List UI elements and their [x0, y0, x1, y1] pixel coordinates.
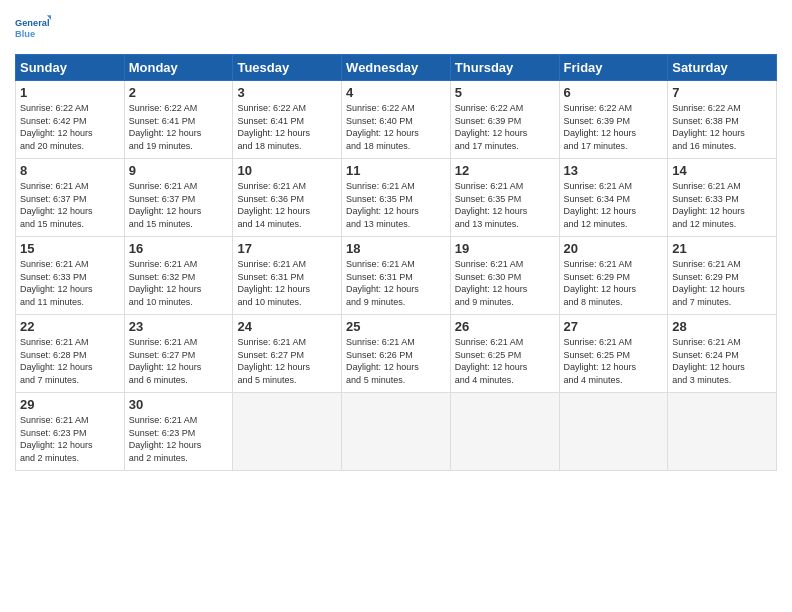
- day-number: 3: [237, 85, 337, 100]
- day-number: 13: [564, 163, 664, 178]
- day-number: 16: [129, 241, 229, 256]
- calendar-cell: 3Sunrise: 6:22 AM Sunset: 6:41 PM Daylig…: [233, 81, 342, 159]
- calendar-cell: 29Sunrise: 6:21 AM Sunset: 6:23 PM Dayli…: [16, 393, 125, 471]
- calendar-cell: 26Sunrise: 6:21 AM Sunset: 6:25 PM Dayli…: [450, 315, 559, 393]
- day-number: 9: [129, 163, 229, 178]
- day-number: 12: [455, 163, 555, 178]
- day-number: 14: [672, 163, 772, 178]
- day-info: Sunrise: 6:21 AM Sunset: 6:25 PM Dayligh…: [564, 336, 664, 386]
- calendar-cell: 10Sunrise: 6:21 AM Sunset: 6:36 PM Dayli…: [233, 159, 342, 237]
- calendar-cell: 19Sunrise: 6:21 AM Sunset: 6:30 PM Dayli…: [450, 237, 559, 315]
- day-info: Sunrise: 6:22 AM Sunset: 6:41 PM Dayligh…: [129, 102, 229, 152]
- day-number: 1: [20, 85, 120, 100]
- day-info: Sunrise: 6:21 AM Sunset: 6:33 PM Dayligh…: [672, 180, 772, 230]
- day-info: Sunrise: 6:22 AM Sunset: 6:39 PM Dayligh…: [455, 102, 555, 152]
- calendar-cell: [342, 393, 451, 471]
- calendar-cell: 15Sunrise: 6:21 AM Sunset: 6:33 PM Dayli…: [16, 237, 125, 315]
- day-info: Sunrise: 6:21 AM Sunset: 6:24 PM Dayligh…: [672, 336, 772, 386]
- day-info: Sunrise: 6:21 AM Sunset: 6:30 PM Dayligh…: [455, 258, 555, 308]
- day-info: Sunrise: 6:21 AM Sunset: 6:23 PM Dayligh…: [20, 414, 120, 464]
- calendar-cell: 27Sunrise: 6:21 AM Sunset: 6:25 PM Dayli…: [559, 315, 668, 393]
- calendar-cell: 24Sunrise: 6:21 AM Sunset: 6:27 PM Dayli…: [233, 315, 342, 393]
- calendar-cell: [233, 393, 342, 471]
- day-number: 6: [564, 85, 664, 100]
- day-number: 11: [346, 163, 446, 178]
- calendar-cell: 13Sunrise: 6:21 AM Sunset: 6:34 PM Dayli…: [559, 159, 668, 237]
- day-number: 21: [672, 241, 772, 256]
- logo: General Blue: [15, 10, 51, 46]
- day-number: 20: [564, 241, 664, 256]
- day-number: 26: [455, 319, 555, 334]
- day-number: 28: [672, 319, 772, 334]
- calendar-cell: 21Sunrise: 6:21 AM Sunset: 6:29 PM Dayli…: [668, 237, 777, 315]
- day-number: 30: [129, 397, 229, 412]
- day-info: Sunrise: 6:21 AM Sunset: 6:34 PM Dayligh…: [564, 180, 664, 230]
- day-info: Sunrise: 6:22 AM Sunset: 6:39 PM Dayligh…: [564, 102, 664, 152]
- calendar-cell: 17Sunrise: 6:21 AM Sunset: 6:31 PM Dayli…: [233, 237, 342, 315]
- day-info: Sunrise: 6:21 AM Sunset: 6:29 PM Dayligh…: [672, 258, 772, 308]
- day-info: Sunrise: 6:21 AM Sunset: 6:35 PM Dayligh…: [346, 180, 446, 230]
- day-number: 22: [20, 319, 120, 334]
- day-info: Sunrise: 6:22 AM Sunset: 6:42 PM Dayligh…: [20, 102, 120, 152]
- calendar-cell: 20Sunrise: 6:21 AM Sunset: 6:29 PM Dayli…: [559, 237, 668, 315]
- calendar-cell: 28Sunrise: 6:21 AM Sunset: 6:24 PM Dayli…: [668, 315, 777, 393]
- calendar-cell: 11Sunrise: 6:21 AM Sunset: 6:35 PM Dayli…: [342, 159, 451, 237]
- day-info: Sunrise: 6:21 AM Sunset: 6:26 PM Dayligh…: [346, 336, 446, 386]
- day-number: 2: [129, 85, 229, 100]
- day-info: Sunrise: 6:21 AM Sunset: 6:33 PM Dayligh…: [20, 258, 120, 308]
- weekday-header-thursday: Thursday: [450, 55, 559, 81]
- day-info: Sunrise: 6:21 AM Sunset: 6:32 PM Dayligh…: [129, 258, 229, 308]
- day-info: Sunrise: 6:21 AM Sunset: 6:27 PM Dayligh…: [237, 336, 337, 386]
- day-number: 5: [455, 85, 555, 100]
- day-number: 15: [20, 241, 120, 256]
- calendar-cell: 4Sunrise: 6:22 AM Sunset: 6:40 PM Daylig…: [342, 81, 451, 159]
- weekday-header-saturday: Saturday: [668, 55, 777, 81]
- calendar-cell: [559, 393, 668, 471]
- calendar-cell: [450, 393, 559, 471]
- svg-text:Blue: Blue: [15, 29, 35, 39]
- day-info: Sunrise: 6:21 AM Sunset: 6:25 PM Dayligh…: [455, 336, 555, 386]
- day-number: 27: [564, 319, 664, 334]
- calendar-cell: 12Sunrise: 6:21 AM Sunset: 6:35 PM Dayli…: [450, 159, 559, 237]
- day-info: Sunrise: 6:21 AM Sunset: 6:31 PM Dayligh…: [346, 258, 446, 308]
- weekday-header-sunday: Sunday: [16, 55, 125, 81]
- calendar-cell: 5Sunrise: 6:22 AM Sunset: 6:39 PM Daylig…: [450, 81, 559, 159]
- day-info: Sunrise: 6:21 AM Sunset: 6:28 PM Dayligh…: [20, 336, 120, 386]
- calendar-cell: 23Sunrise: 6:21 AM Sunset: 6:27 PM Dayli…: [124, 315, 233, 393]
- day-info: Sunrise: 6:22 AM Sunset: 6:41 PM Dayligh…: [237, 102, 337, 152]
- day-info: Sunrise: 6:21 AM Sunset: 6:23 PM Dayligh…: [129, 414, 229, 464]
- day-info: Sunrise: 6:21 AM Sunset: 6:37 PM Dayligh…: [20, 180, 120, 230]
- day-number: 7: [672, 85, 772, 100]
- day-number: 18: [346, 241, 446, 256]
- day-number: 10: [237, 163, 337, 178]
- weekday-header-wednesday: Wednesday: [342, 55, 451, 81]
- day-number: 4: [346, 85, 446, 100]
- day-number: 24: [237, 319, 337, 334]
- calendar-cell: 7Sunrise: 6:22 AM Sunset: 6:38 PM Daylig…: [668, 81, 777, 159]
- calendar-cell: 16Sunrise: 6:21 AM Sunset: 6:32 PM Dayli…: [124, 237, 233, 315]
- calendar-cell: 6Sunrise: 6:22 AM Sunset: 6:39 PM Daylig…: [559, 81, 668, 159]
- day-number: 25: [346, 319, 446, 334]
- day-number: 17: [237, 241, 337, 256]
- svg-text:General: General: [15, 18, 49, 28]
- day-info: Sunrise: 6:21 AM Sunset: 6:29 PM Dayligh…: [564, 258, 664, 308]
- calendar-cell: 30Sunrise: 6:21 AM Sunset: 6:23 PM Dayli…: [124, 393, 233, 471]
- day-info: Sunrise: 6:22 AM Sunset: 6:40 PM Dayligh…: [346, 102, 446, 152]
- calendar-cell: 14Sunrise: 6:21 AM Sunset: 6:33 PM Dayli…: [668, 159, 777, 237]
- day-number: 29: [20, 397, 120, 412]
- day-info: Sunrise: 6:21 AM Sunset: 6:36 PM Dayligh…: [237, 180, 337, 230]
- calendar-cell: 22Sunrise: 6:21 AM Sunset: 6:28 PM Dayli…: [16, 315, 125, 393]
- calendar-cell: 2Sunrise: 6:22 AM Sunset: 6:41 PM Daylig…: [124, 81, 233, 159]
- calendar-cell: 25Sunrise: 6:21 AM Sunset: 6:26 PM Dayli…: [342, 315, 451, 393]
- day-number: 8: [20, 163, 120, 178]
- day-info: Sunrise: 6:21 AM Sunset: 6:35 PM Dayligh…: [455, 180, 555, 230]
- weekday-header-tuesday: Tuesday: [233, 55, 342, 81]
- day-info: Sunrise: 6:21 AM Sunset: 6:27 PM Dayligh…: [129, 336, 229, 386]
- day-info: Sunrise: 6:21 AM Sunset: 6:37 PM Dayligh…: [129, 180, 229, 230]
- calendar-cell: 9Sunrise: 6:21 AM Sunset: 6:37 PM Daylig…: [124, 159, 233, 237]
- weekday-header-monday: Monday: [124, 55, 233, 81]
- calendar-cell: 18Sunrise: 6:21 AM Sunset: 6:31 PM Dayli…: [342, 237, 451, 315]
- day-info: Sunrise: 6:22 AM Sunset: 6:38 PM Dayligh…: [672, 102, 772, 152]
- calendar: SundayMondayTuesdayWednesdayThursdayFrid…: [15, 54, 777, 471]
- weekday-header-friday: Friday: [559, 55, 668, 81]
